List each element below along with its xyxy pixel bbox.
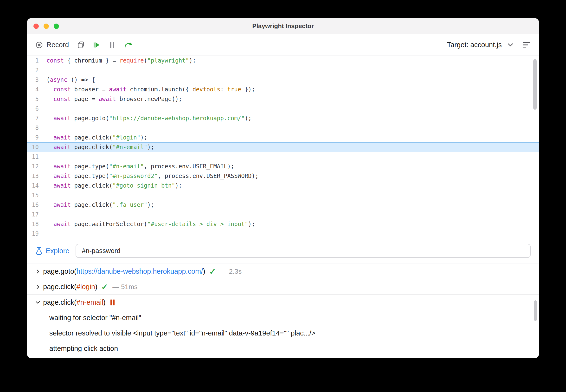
code-text <box>41 123 46 133</box>
log-lines-icon[interactable] <box>522 42 531 48</box>
code-line[interactable]: 18 await page.waitForSelector("#user-det… <box>27 219 539 229</box>
line-number: 6 <box>27 104 41 113</box>
paused-icon <box>110 299 115 306</box>
code-text <box>41 104 46 113</box>
selector-input[interactable] <box>75 244 531 258</box>
code-text <box>41 190 46 200</box>
log-entry-call: page.click(#login) <box>43 283 98 291</box>
line-number: 10 <box>27 142 41 152</box>
code-line[interactable]: 16 await page.click(".fa-user"); <box>27 200 539 210</box>
resume-button[interactable] <box>93 41 100 49</box>
log-detail-line: attempting click action <box>27 341 539 356</box>
line-number: 12 <box>27 162 41 171</box>
code-line[interactable]: 3(async () => { <box>27 75 539 85</box>
action-log: page.goto(https://danube-webshop.herokua… <box>27 264 539 358</box>
code-text: await page.click(".fa-user"); <box>41 200 154 210</box>
code-line[interactable]: 7 await page.goto("https://danube-websho… <box>27 113 539 123</box>
code-line[interactable]: 12 await page.type("#n-email", process.e… <box>27 162 539 171</box>
line-number: 9 <box>27 133 41 142</box>
code-line[interactable]: 17 <box>27 210 539 219</box>
code-text: const page = await browser.newPage(); <box>41 94 182 104</box>
log-method-close: ) <box>103 298 106 306</box>
zoom-window-button[interactable] <box>54 24 59 29</box>
code-text: await page.click("#login"); <box>41 133 147 142</box>
code-text: await page.type("#n-password2", process.… <box>41 171 259 181</box>
log-method-close: ) <box>203 267 205 275</box>
pause-button[interactable] <box>109 41 116 49</box>
line-number: 8 <box>27 123 41 133</box>
log-method-close: ) <box>95 283 98 291</box>
line-number: 13 <box>27 171 41 181</box>
chevron-right-icon[interactable] <box>35 269 43 274</box>
target-selector[interactable]: Target: account.js <box>447 41 531 49</box>
chevron-down-icon[interactable] <box>35 300 43 305</box>
editor-scrollbar[interactable] <box>533 59 537 110</box>
log-arg-selector: #login <box>76 283 95 291</box>
log-detail-line: waiting for selector "#n-email" <box>27 310 539 325</box>
code-line[interactable]: 15 <box>27 190 539 200</box>
traffic-lights <box>33 18 59 34</box>
line-number: 16 <box>27 200 41 210</box>
copy-button[interactable] <box>77 41 85 49</box>
log-entry[interactable]: page.click(#login)✓— 51ms <box>27 279 539 294</box>
code-line[interactable]: 14 await page.click("#goto-signin-btn"); <box>27 181 539 190</box>
explore-button-label: Explore <box>46 247 69 255</box>
success-check-icon: ✓ <box>209 267 216 276</box>
log-method: page.click( <box>43 298 76 306</box>
line-number: 17 <box>27 210 41 219</box>
explore-flask-icon <box>35 247 43 255</box>
pause-icon <box>109 41 116 49</box>
code-text <box>41 229 46 238</box>
chevron-right-icon[interactable] <box>35 284 43 289</box>
code-line[interactable]: 4 const browser = await chromium.launch(… <box>27 85 539 94</box>
step-over-icon <box>124 41 133 49</box>
record-icon <box>35 41 43 49</box>
explore-bar: Explore <box>27 238 539 264</box>
step-over-button[interactable] <box>124 41 133 49</box>
code-editor: 1const { chromium } = require("playwrigh… <box>27 56 539 238</box>
log-entry[interactable]: page.goto(https://danube-webshop.herokua… <box>27 264 539 279</box>
code-text: await page.waitForSelector("#user-detail… <box>41 219 255 229</box>
code-text: await page.goto("https://danube-webshop.… <box>41 113 252 123</box>
copy-icon <box>77 41 85 49</box>
record-button-label: Record <box>46 41 69 49</box>
resume-icon <box>93 41 100 49</box>
line-number: 5 <box>27 94 41 104</box>
code-text <box>41 210 46 219</box>
code-line[interactable]: 5 const page = await browser.newPage(); <box>27 94 539 104</box>
log-arg-selector: #n-email <box>76 298 103 306</box>
code-line[interactable]: 19 <box>27 229 539 238</box>
explore-button[interactable]: Explore <box>35 247 69 255</box>
desktop-background: Playwright Inspector Record <box>0 0 566 392</box>
playwright-inspector-window: Playwright Inspector Record <box>27 18 539 358</box>
line-number: 4 <box>27 85 41 94</box>
code-text: await page.click("#goto-signin-btn"); <box>41 181 182 190</box>
code-text: const browser = await chromium.launch({ … <box>41 85 255 94</box>
line-number: 18 <box>27 219 41 229</box>
code-line[interactable]: 9 await page.click("#login"); <box>27 133 539 142</box>
success-check-icon: ✓ <box>101 282 108 292</box>
code-line[interactable]: 1const { chromium } = require("playwrigh… <box>27 56 539 65</box>
log-scrollbar[interactable] <box>534 300 537 321</box>
code-line[interactable]: 6 <box>27 104 539 113</box>
code-line[interactable]: 11 <box>27 152 539 162</box>
code-line[interactable]: 2 <box>27 65 539 75</box>
target-label: Target: account.js <box>447 41 502 49</box>
line-number: 11 <box>27 152 41 162</box>
code-text: await page.type("#n-email", process.env.… <box>41 162 234 171</box>
code-line[interactable]: 13 await page.type("#n-password2", proce… <box>27 171 539 181</box>
chevron-down-icon <box>508 43 513 47</box>
log-arg-url[interactable]: https://danube-webshop.herokuapp.com/ <box>76 267 203 275</box>
line-number: 19 <box>27 229 41 238</box>
line-number: 2 <box>27 65 41 75</box>
line-number: 1 <box>27 56 41 65</box>
close-window-button[interactable] <box>33 24 39 29</box>
code-text: (async () => { <box>41 75 95 85</box>
minimize-window-button[interactable] <box>44 24 49 29</box>
log-entry[interactable]: page.click(#n-email) <box>27 294 539 310</box>
code-line[interactable]: 8 <box>27 123 539 133</box>
code-text: const { chromium } = require("playwright… <box>41 56 196 65</box>
record-button[interactable]: Record <box>35 41 69 49</box>
toolbar: Record <box>27 34 539 56</box>
code-line[interactable]: 10 await page.click("#n-email"); <box>27 142 539 152</box>
